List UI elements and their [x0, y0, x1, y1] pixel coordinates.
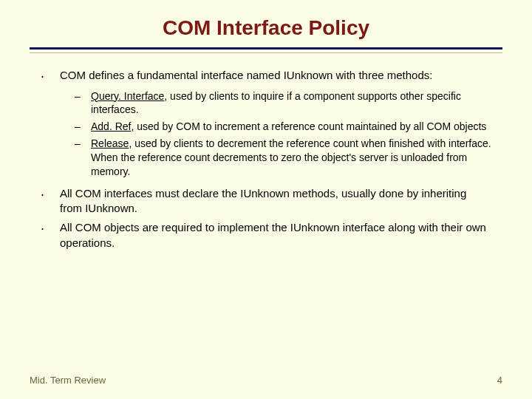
- bullet-2: · All COM interfaces must declare the IU…: [41, 186, 491, 216]
- sub-item: – Query. Interface, used by clients to i…: [75, 89, 491, 117]
- bullet-3: · All COM objects are required to implem…: [41, 220, 491, 250]
- bullet-dot-icon: ·: [41, 186, 60, 216]
- bullet-3-text: All COM objects are required to implemen…: [60, 220, 491, 250]
- method-desc: , used by COM to increment a reference c…: [131, 120, 486, 132]
- divider-top: [30, 47, 502, 50]
- slide-title: COM Interface Policy: [0, 0, 532, 47]
- bullet-1: · COM defines a fundamental interface na…: [41, 68, 491, 85]
- sub-text: Query. Interface, used by clients to inq…: [91, 89, 491, 117]
- divider-shadow: [30, 52, 502, 53]
- slide-number: 4: [497, 375, 502, 386]
- sub-item: – Release, used by clients to decrement …: [75, 137, 491, 179]
- bullet-1-subs: – Query. Interface, used by clients to i…: [75, 89, 491, 179]
- bullet-1-text: COM defines a fundamental interface name…: [60, 68, 491, 85]
- method-name: Release: [91, 137, 129, 149]
- dash-icon: –: [75, 137, 91, 179]
- bullet-dot-icon: ·: [41, 220, 60, 250]
- sub-text: Release, used by clients to decrement th…: [91, 137, 491, 179]
- sub-item: – Add. Ref, used by COM to increment a r…: [75, 120, 491, 134]
- footer-left: Mid. Term Review: [30, 375, 106, 386]
- bullet-dot-icon: ·: [41, 68, 60, 85]
- content-area: · COM defines a fundamental interface na…: [0, 68, 532, 250]
- dash-icon: –: [75, 89, 91, 117]
- footer: Mid. Term Review 4: [30, 375, 502, 386]
- dash-icon: –: [75, 120, 91, 134]
- sub-text: Add. Ref, used by COM to increment a ref…: [91, 120, 491, 134]
- method-name: Query. Interface: [91, 90, 164, 102]
- method-name: Add. Ref: [91, 120, 131, 132]
- slide: COM Interface Policy · COM defines a fun…: [0, 0, 532, 399]
- method-desc: , used by clients to decrement the refer…: [91, 137, 491, 177]
- bullet-2-text: All COM interfaces must declare the IUnk…: [60, 186, 491, 216]
